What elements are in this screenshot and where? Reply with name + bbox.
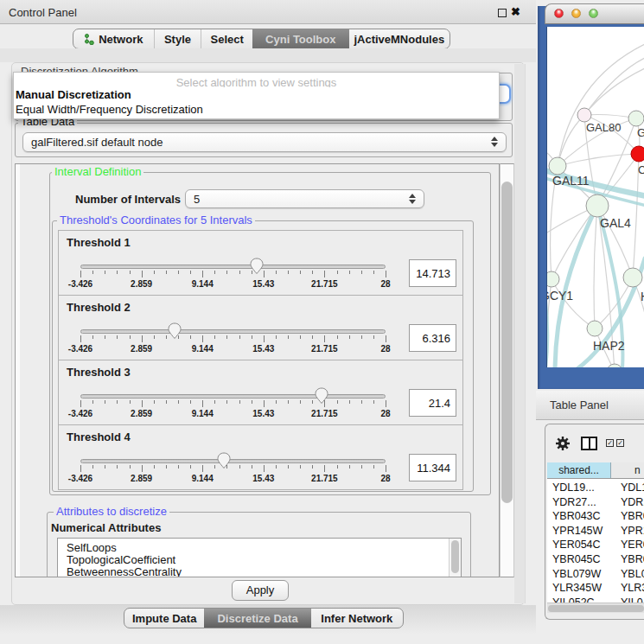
attributes-list-scrollbar[interactable] — [449, 539, 461, 577]
attribute-item[interactable]: SelfLoops — [58, 542, 461, 554]
bottom-tab-strip: Impute DataDiscretize DataInfer Network — [124, 608, 404, 628]
tabstrip-background — [0, 48, 536, 62]
graph-node-H[interactable] — [623, 268, 642, 287]
network-icon — [84, 33, 95, 45]
slider-track[interactable] — [80, 394, 386, 399]
slider-track[interactable] — [80, 329, 386, 334]
graph-node-G2[interactable] — [628, 111, 644, 126]
threshold-panel-1: Threshold 1-3.4262.8599.14415.4321.71528… — [58, 230, 463, 296]
threshold-value-field[interactable]: 11.344 — [409, 454, 456, 481]
float-window-icon[interactable] — [498, 9, 507, 17]
tab-select[interactable]: Select — [201, 29, 252, 48]
numerical-attributes-label: Numerical Attributes — [51, 521, 161, 534]
slider-track[interactable] — [80, 265, 386, 269]
panel-right-inset — [514, 64, 526, 603]
tab-network[interactable]: Network — [73, 29, 155, 48]
threshold-panel-3: Threshold 3-3.4262.8599.14415.4321.71528… — [58, 360, 463, 425]
table-row[interactable]: YER054CYER0 — [547, 536, 644, 551]
popup-item-equal-width[interactable]: Equal Width/Frequency Discretization — [14, 102, 499, 117]
network-canvas[interactable]: GAL80G.CGAL11GAL4GCY1HHAP2 — [546, 27, 644, 367]
attribute-item[interactable]: BetweennessCentrality — [58, 566, 461, 577]
select-all-check-icon[interactable]: ✓ — [606, 439, 614, 447]
main-vertical-scrollbar[interactable] — [500, 163, 514, 577]
number-of-intervals-label: Number of Intervals — [75, 193, 181, 206]
bottom-tab-impute-data[interactable]: Impute Data — [124, 609, 204, 628]
algorithm-dropdown-popup: Select algorithm to view settings Manual… — [13, 72, 500, 119]
tab-jactivemnodules[interactable]: jActiveMNodules — [349, 29, 450, 48]
popup-item-manual-discretization[interactable]: Manual Discretization — [14, 87, 499, 102]
tab-style[interactable]: Style — [155, 29, 202, 48]
graph-node-label: HAP2 — [593, 339, 625, 353]
table-row[interactable]: YBL079WYBL0 — [547, 565, 644, 580]
spinner-arrows-icon — [409, 194, 416, 204]
zoom-traffic-light[interactable] — [589, 9, 598, 18]
number-of-intervals-spinner[interactable]: 5 — [185, 189, 424, 208]
main-scrollbar-thumb[interactable] — [501, 182, 513, 503]
table-horizontal-scrollbar[interactable] — [547, 603, 644, 613]
slider-track[interactable] — [80, 459, 386, 463]
cyni-toolbox-panel: Discretization Algorithm Select algorith… — [11, 62, 525, 605]
graph-node-HAP2[interactable] — [587, 321, 603, 336]
settings-scroll-viewport: Interval Definition Number of Intervals … — [15, 163, 500, 577]
threshold-value-field[interactable]: 6.316 — [409, 324, 456, 352]
close-traffic-light[interactable] — [554, 9, 564, 18]
graph-node-GAL11[interactable] — [549, 157, 566, 175]
combo-spinner-icon — [491, 137, 498, 147]
graph-node-GAL4[interactable] — [586, 194, 609, 217]
table-row[interactable]: YBR043CYBR0 — [547, 507, 644, 522]
table-row[interactable]: YLR345WYLR3 — [547, 579, 644, 594]
tab-cyni-toolbox[interactable]: Cyni Toolbox — [252, 29, 348, 48]
graph-node-label: GAL80 — [586, 121, 621, 134]
select-none-check-icon[interactable]: ✓ — [616, 439, 624, 447]
slider-thumb[interactable] — [217, 452, 231, 469]
tab-strip: NetworkStyleSelectCyni ToolboxjActiveMNo… — [73, 29, 450, 49]
threshold-label: Threshold 4 — [67, 430, 131, 443]
column-layout-icon[interactable] — [581, 437, 597, 450]
numerical-attributes-list[interactable]: SelfLoopsTopologicalCoefficientBetweenne… — [57, 538, 462, 577]
attributes-group-label: Attributes to discretize — [54, 506, 169, 518]
popup-hint: Select algorithm to view settings — [14, 73, 499, 87]
threshold-label: Threshold 3 — [67, 366, 131, 379]
graph-node-label: GCY1 — [547, 289, 573, 303]
table-rows: YDL19...YDL1YDR27...YDR2YBR043CYBR0YPR14… — [547, 479, 644, 603]
threshold-panel-4: Threshold 4-3.4262.8599.14415.4321.71528… — [58, 424, 463, 490]
graph-node-label: G. — [637, 126, 644, 139]
column-header-shared-name[interactable]: shared... — [547, 462, 611, 478]
network-window-frame: GAL80G.CGAL11GAL4GCY1HHAP2 — [538, 6, 644, 389]
graph-node-GAL80[interactable] — [577, 108, 591, 122]
number-of-intervals-value: 5 — [194, 193, 200, 206]
table-row[interactable]: YIL052CYIL0 — [547, 594, 644, 603]
network-view-window: GAL80G.CGAL11GAL4GCY1HHAP2 — [538, 3, 644, 389]
threshold-panel-2: Threshold 2-3.4262.8599.14415.4321.71528… — [58, 295, 463, 360]
column-header-name[interactable]: n — [611, 462, 644, 478]
slider-thumb[interactable] — [168, 322, 182, 340]
gear-icon[interactable] — [555, 436, 571, 451]
thresholds-group-label: Threshold's Coordinates for 5 Intervals — [57, 214, 255, 226]
threshold-label: Threshold 2 — [67, 301, 131, 314]
bottom-tab-infer-network[interactable]: Infer Network — [311, 609, 403, 628]
attribute-item[interactable]: TopologicalCoefficient — [58, 554, 461, 566]
minimize-traffic-light[interactable] — [571, 9, 581, 18]
table-row[interactable]: YDR27...YDR2 — [547, 494, 644, 508]
graph-node-label: GAL11 — [552, 174, 590, 188]
table-data-combo[interactable]: galFiltered.sif default node — [22, 132, 507, 152]
table-row[interactable]: YBR045CYBR0 — [547, 551, 644, 565]
threshold-value-field[interactable]: 21.4 — [409, 389, 456, 417]
bottom-tab-discretize-data[interactable]: Discretize Data — [204, 609, 310, 628]
table-header-row: shared... n — [547, 462, 644, 479]
graph-node-GCY1[interactable] — [547, 271, 559, 287]
graph-node-B1[interactable] — [607, 364, 622, 367]
graph-node-RED[interactable] — [631, 146, 644, 162]
network-window-titlebar — [545, 3, 644, 24]
apply-button[interactable]: Apply — [232, 580, 289, 601]
control-panel-title: Control Panel — [9, 6, 77, 19]
threshold-value-field[interactable]: 14.713 — [409, 259, 456, 287]
table-row[interactable]: YDL19...YDL1 — [547, 479, 644, 494]
slider-thumb[interactable] — [250, 258, 264, 275]
close-icon[interactable]: ✖ — [511, 5, 520, 18]
threshold-label: Threshold 1 — [67, 236, 131, 249]
table-row[interactable]: YPR145WYPR1 — [547, 522, 644, 537]
graph-node-label: C — [638, 163, 644, 176]
slider-thumb[interactable] — [315, 387, 328, 405]
table-panel-title: Table Panel — [550, 399, 609, 411]
